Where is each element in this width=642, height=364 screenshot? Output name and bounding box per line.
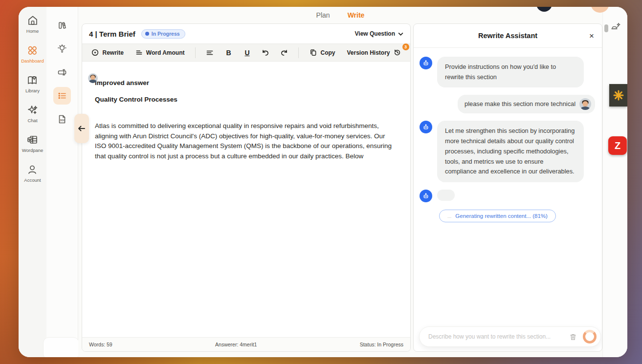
- word-amount-button[interactable]: Word Amount: [132, 47, 189, 58]
- z-icon: Z: [615, 141, 620, 150]
- tab-write[interactable]: Write: [348, 11, 365, 19]
- bot-avatar: [420, 121, 432, 133]
- bot-message-row: [420, 190, 596, 202]
- rewrite-icon: [91, 49, 99, 56]
- document-footer: Words: 59 Answerer: 4merit1 Status: In P…: [82, 337, 410, 351]
- chevron-down-icon: [398, 32, 403, 36]
- rail-books-button[interactable]: [53, 17, 71, 34]
- bot-message-row: Let me strengthen this section by incorp…: [420, 121, 596, 182]
- sidebar-item-label: Dashboard: [21, 58, 44, 64]
- collapse-panel-button[interactable]: [74, 114, 89, 143]
- answerer-label: Answerer: 4merit1: [112, 342, 360, 347]
- document-editor[interactable]: Improved answer Quality Control Processe…: [82, 62, 410, 337]
- toolbar-divider: [195, 47, 196, 58]
- sidebar-item-label: Account: [24, 177, 41, 183]
- robot-icon: [422, 124, 429, 130]
- doc-file-icon: DOC: [57, 114, 67, 124]
- redo-button[interactable]: [277, 46, 291, 59]
- bot-avatar: [420, 190, 432, 202]
- underline-button[interactable]: U: [240, 46, 254, 59]
- rewrite-button[interactable]: Rewrite: [88, 47, 127, 58]
- rewrite-instruction-input[interactable]: [428, 333, 563, 340]
- tab-plan[interactable]: Plan: [316, 11, 330, 19]
- sidebar-item-home[interactable]: Home: [26, 15, 39, 34]
- redo-icon: [280, 49, 288, 57]
- robot-icon: [422, 193, 429, 199]
- dashboard-icon: [26, 44, 38, 56]
- assistant-input-bar: [419, 326, 601, 347]
- word-amount-icon: [135, 49, 143, 56]
- sidebar-item-label: Wordpane: [22, 148, 44, 153]
- magic-lamp-button[interactable]: [609, 21, 622, 33]
- list-icon: [57, 91, 67, 101]
- bot-message: Provide instructions on how you'd like t…: [437, 57, 584, 87]
- bot-avatar: [420, 57, 432, 69]
- view-question-button[interactable]: View Question: [355, 30, 403, 37]
- trash-icon[interactable]: [568, 332, 578, 342]
- align-icon: [206, 49, 214, 57]
- assistant-title: Rewrite Assistant: [478, 32, 537, 40]
- robot-icon: [422, 60, 429, 66]
- send-loading-spinner[interactable]: [583, 330, 597, 343]
- rail-bottom-card: [43, 337, 79, 357]
- books-icon: [57, 21, 67, 30]
- doc-heading-quality-control: Quality Control Processes: [95, 96, 398, 103]
- rail-lightbulb-button[interactable]: [53, 40, 71, 58]
- z-extension-button[interactable]: Z: [608, 136, 627, 155]
- undo-icon: [262, 49, 269, 57]
- bot-message-row: Provide instructions on how you'd like t…: [420, 57, 596, 87]
- text-field-icon: [57, 67, 67, 77]
- document-header: 4 | Term Brief In Progress View Question: [82, 24, 410, 43]
- generating-status-pill[interactable]: ... Generating rewritten content... (81%…: [439, 210, 556, 222]
- top-tab-bar: Plan Write: [78, 7, 602, 23]
- document-panel: 4 | Term Brief In Progress View Question…: [82, 23, 411, 352]
- asterisk-extension-button[interactable]: [609, 84, 627, 107]
- lightbulb-icon: [57, 44, 67, 54]
- bold-button[interactable]: B: [221, 46, 236, 59]
- version-history-button[interactable]: Version History 3: [343, 47, 404, 58]
- user-message: please make this section more technical: [458, 95, 595, 113]
- status-badge: In Progress: [141, 29, 185, 39]
- sidebar-item-label: Chat: [27, 118, 37, 123]
- version-count-badge: 3: [402, 43, 409, 50]
- sidebar-item-account[interactable]: Account: [24, 164, 41, 183]
- generating-text: Generating rewritten content... (81%): [455, 213, 548, 219]
- doc-paragraph: Atlas is committed to delivering excepti…: [95, 121, 398, 161]
- sidebar-item-label: Library: [25, 88, 40, 93]
- sidebar-item-wordpane[interactable]: Wordpane: [22, 134, 44, 153]
- loading-dots: ...: [447, 214, 451, 219]
- status-label: Status: In Progress: [360, 342, 403, 347]
- document-toolbar: Rewrite Word Amount B U: [82, 43, 410, 62]
- assistant-conversation: Provide instructions on how you'd like t…: [414, 48, 602, 222]
- wordpane-icon: [26, 134, 38, 146]
- document-title: 4 | Term Brief: [89, 30, 135, 38]
- sidebar-item-label: Home: [26, 28, 39, 34]
- home-icon: [27, 15, 39, 26]
- undo-button[interactable]: [258, 46, 273, 59]
- align-button[interactable]: [202, 46, 217, 59]
- copy-button[interactable]: Copy: [306, 47, 339, 58]
- rail-text-field-button[interactable]: [53, 64, 71, 81]
- sidebar-item-chat[interactable]: Chat: [27, 104, 39, 123]
- close-icon[interactable]: ×: [589, 32, 594, 40]
- sidebar-item-dashboard[interactable]: Dashboard: [21, 44, 44, 64]
- bot-message: Let me strengthen this section by incorp…: [437, 121, 584, 182]
- library-icon: [26, 74, 38, 86]
- user-message-row: please make this section more technical: [420, 95, 596, 113]
- chat-sparkles-icon: [27, 104, 39, 116]
- account-icon: [26, 164, 38, 175]
- primary-sidebar: Home Dashboard Library Chat Wordpane Acc…: [19, 7, 46, 357]
- asterisk-icon: [613, 89, 624, 101]
- secondary-rail: DOC: [46, 7, 78, 357]
- history-clock-icon: [394, 49, 401, 56]
- assistant-header: Rewrite Assistant ×: [414, 24, 602, 48]
- rail-doc-file-button[interactable]: DOC: [53, 110, 71, 128]
- bot-message-pending: [437, 190, 455, 201]
- sidebar-item-library[interactable]: Library: [25, 74, 40, 93]
- main-area: Plan Write 4 | Term Brief In Progress Vi…: [78, 7, 602, 357]
- rail-list-button[interactable]: [53, 87, 71, 105]
- toolbar-divider: [298, 47, 299, 58]
- app-window: Home Dashboard Library Chat Wordpane Acc…: [19, 7, 627, 357]
- copy-icon: [310, 49, 317, 56]
- scrollbar-thumb[interactable]: [604, 24, 608, 32]
